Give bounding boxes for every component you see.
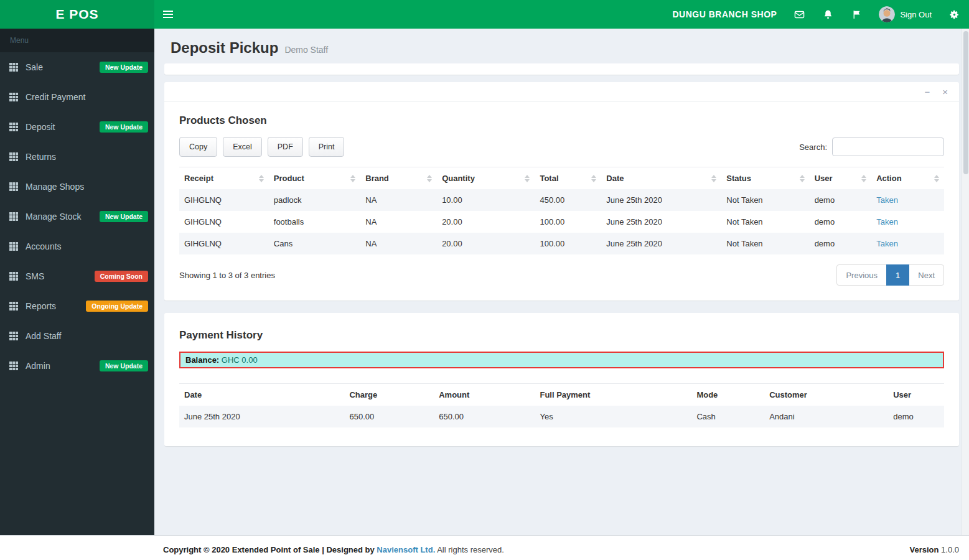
page-subtitle: Demo Staff xyxy=(284,45,328,55)
grid-icon xyxy=(9,242,18,251)
sort-icon xyxy=(711,175,716,182)
grid-icon xyxy=(9,152,18,161)
showing-entries-text: Showing 1 to 3 of 3 entries xyxy=(179,271,275,280)
sort-icon xyxy=(591,175,596,182)
sidebar-item-manage-stock[interactable]: Manage Stock New Update xyxy=(0,202,154,231)
navbar-right: DUNGU BRANCH SHOP xyxy=(672,6,960,22)
flag-icon[interactable] xyxy=(850,8,863,21)
sort-icon xyxy=(800,175,805,182)
sidebar-item-add-staff[interactable]: Add Staff xyxy=(0,321,154,351)
sidebar-item-sms[interactable]: SMS Coming Soon xyxy=(0,261,154,291)
designer-link[interactable]: Naviensoft Ltd. xyxy=(377,545,435,554)
status-badge: New Update xyxy=(100,360,148,371)
sidebar-item-returns[interactable]: Returns xyxy=(0,142,154,172)
navbar: DUNGU BRANCH SHOP xyxy=(154,0,969,29)
user-avatar xyxy=(879,6,895,22)
sort-icon xyxy=(259,175,264,182)
messages-icon[interactable] xyxy=(793,8,805,21)
pagination: Previous 1 Next xyxy=(836,264,944,286)
version-text: Version 1.0.0 xyxy=(909,545,959,554)
taken-action-link[interactable]: Taken xyxy=(876,195,898,205)
grid-icon xyxy=(9,182,18,191)
sidebar-item-accounts[interactable]: Accounts xyxy=(0,231,154,261)
grid-icon xyxy=(9,123,18,131)
status-badge: New Update xyxy=(100,62,148,73)
column-header-receipt[interactable]: Receipt xyxy=(179,167,269,190)
status-badge: New Update xyxy=(100,211,148,222)
page-title: Deposit Pickup xyxy=(171,39,278,57)
copyright-text: Copyright © 2020 Extended Point of Sale … xyxy=(163,545,504,554)
products-table: Receipt Product Brand Quantity Total Dat… xyxy=(179,167,944,254)
pdf-button[interactable]: PDF xyxy=(268,137,303,157)
page-number-button[interactable]: 1 xyxy=(886,264,909,286)
panel-title: Products Chosen xyxy=(179,114,944,127)
next-page-button[interactable]: Next xyxy=(909,264,944,286)
previous-page-button[interactable]: Previous xyxy=(836,264,887,286)
column-header-customer: Customer xyxy=(764,384,888,406)
search-input[interactable] xyxy=(832,138,944,156)
grid-icon xyxy=(9,332,18,340)
status-badge: Coming Soon xyxy=(95,271,148,282)
panel-title: Payment History xyxy=(179,329,944,342)
column-header-action[interactable]: Action xyxy=(871,167,944,190)
sidebar-item-credit-payment[interactable]: Credit Payment xyxy=(0,82,154,112)
taken-action-link[interactable]: Taken xyxy=(876,217,898,226)
sidebar-item-deposit[interactable]: Deposit New Update xyxy=(0,112,154,142)
column-header-total[interactable]: Total xyxy=(535,167,601,190)
sort-icon xyxy=(861,175,866,182)
shop-name: DUNGU BRANCH SHOP xyxy=(672,9,777,19)
hamburger-menu-icon[interactable] xyxy=(163,0,187,29)
column-header-date[interactable]: Date xyxy=(601,167,721,190)
grid-icon xyxy=(9,272,18,281)
datatable-footer: Showing 1 to 3 of 3 entries Previous 1 N… xyxy=(179,264,944,286)
column-header-product[interactable]: Product xyxy=(269,167,360,190)
balance-label: Balance: xyxy=(185,355,219,365)
column-header-user: User xyxy=(888,384,944,406)
page-footer: Copyright © 2020 Extended Point of Sale … xyxy=(0,535,969,560)
datatable-toolbar: Copy Excel PDF Print Search: xyxy=(179,137,944,157)
collapse-icon[interactable]: − xyxy=(924,87,930,96)
column-header-date: Date xyxy=(179,384,344,406)
user-menu[interactable]: Sign Out xyxy=(879,6,932,22)
main-content: Deposit Pickup Demo Staff − × Products C… xyxy=(154,29,969,535)
payment-history-panel: Payment History Balance: GHC 0.00 Date C… xyxy=(164,313,959,446)
excel-button[interactable]: Excel xyxy=(223,137,262,157)
status-badge: New Update xyxy=(100,121,148,133)
column-header-user[interactable]: User xyxy=(810,167,872,190)
sidebar-item-manage-shops[interactable]: Manage Shops xyxy=(0,172,154,202)
balance-value: GHC 0.00 xyxy=(222,355,258,365)
panel-header: − × xyxy=(164,82,959,102)
scrollbar-thumb[interactable] xyxy=(963,31,968,174)
sort-icon xyxy=(525,175,530,182)
print-button[interactable]: Print xyxy=(309,137,345,157)
content-header: Deposit Pickup Demo Staff xyxy=(164,29,959,63)
grid-icon xyxy=(9,93,18,101)
notifications-bell-icon[interactable] xyxy=(822,8,834,21)
sort-icon xyxy=(934,175,939,182)
table-row: GIHGLNQ padlock NA 10.00 450.00 June 25t… xyxy=(179,189,944,211)
copy-button[interactable]: Copy xyxy=(179,137,217,157)
empty-box-strip xyxy=(164,63,959,75)
column-header-quantity[interactable]: Quantity xyxy=(437,167,535,190)
table-row: GIHGLNQ Cans NA 20.00 100.00 June 25th 2… xyxy=(179,233,944,254)
column-header-full-payment: Full Payment xyxy=(535,384,691,406)
column-header-mode: Mode xyxy=(691,384,764,406)
settings-gear-icon[interactable] xyxy=(948,8,960,21)
table-row: June 25th 2020 650.00 650.00 Yes Cash An… xyxy=(179,406,944,427)
taken-action-link[interactable]: Taken xyxy=(876,239,898,248)
grid-icon xyxy=(9,63,18,72)
column-header-brand[interactable]: Brand xyxy=(360,167,437,190)
column-header-amount: Amount xyxy=(434,384,535,406)
grid-icon xyxy=(9,362,18,370)
sidebar: Menu Sale New Update Credit Payment Depo… xyxy=(0,29,154,535)
sidebar-item-sale[interactable]: Sale New Update xyxy=(0,52,154,82)
column-header-status[interactable]: Status xyxy=(721,167,809,190)
top-navbar: E POS DUNGU BRANCH SHOP xyxy=(0,0,969,29)
sidebar-item-admin[interactable]: Admin New Update xyxy=(0,351,154,381)
scrollbar[interactable] xyxy=(962,29,969,535)
balance-banner: Balance: GHC 0.00 xyxy=(179,352,944,368)
close-icon[interactable]: × xyxy=(942,87,948,96)
sign-out-button[interactable]: Sign Out xyxy=(900,10,932,19)
sidebar-item-reports[interactable]: Reports Ongoing Update xyxy=(0,291,154,321)
brand-logo[interactable]: E POS xyxy=(0,0,154,29)
